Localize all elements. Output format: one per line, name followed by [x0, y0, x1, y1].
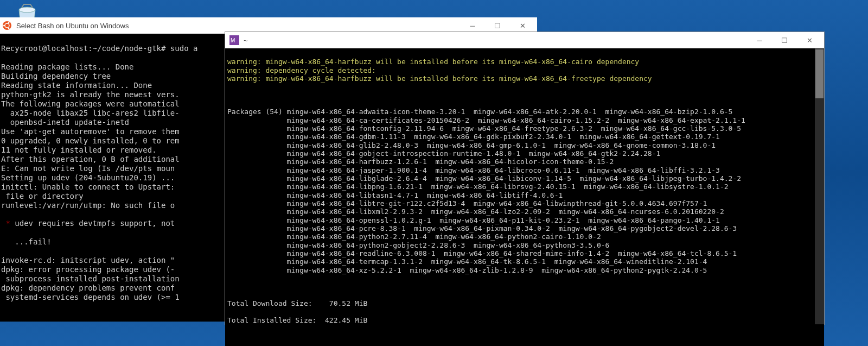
close-button[interactable]: ✕ — [510, 18, 535, 33]
udev-fail-text: udev requires devtmpfs support, not — [15, 219, 179, 228]
bash-cmd: sudo a — [165, 44, 197, 53]
package-line: mingw-w64-x86_64-libtasn1-4.7-1 mingw-w6… — [227, 191, 822, 199]
package-line: mingw-w64-x86_64-python2-gobject2-2.28.6… — [227, 241, 822, 249]
package-line: mingw-w64-x86_64-libglade-2.6.4-4 mingw-… — [227, 174, 822, 183]
svg-text:M: M — [231, 37, 235, 43]
msys-titlebar[interactable]: M ~ ─ ☐ ✕ — [225, 32, 824, 48]
warning-line: warning: mingw-w64-x86_64-harfbuzz will … — [227, 74, 822, 83]
scroll-thumb[interactable] — [815, 49, 824, 98]
svg-point-0 — [19, 7, 35, 12]
maximize-button[interactable]: ☐ — [485, 18, 510, 33]
svg-point-5 — [8, 28, 10, 29]
fail-star-icon: * — [1, 219, 15, 228]
minimize-button[interactable]: ─ — [747, 33, 772, 48]
msys-window: M ~ ─ ☐ ✕ warning: mingw-w64-x86_64-harf… — [225, 32, 825, 325]
package-line: mingw-w64-x86_64-ca-certificates-2015042… — [227, 116, 822, 124]
svg-point-4 — [8, 22, 10, 24]
package-line: mingw-w64-x86_64-openssl-1.0.2.g-1 mingw… — [227, 216, 822, 224]
msys-terminal-content[interactable]: warning: mingw-w64-x86_64-harfbuzz will … — [225, 48, 824, 346]
package-line: mingw-w64-x86_64-gobject-introspection-r… — [227, 149, 822, 158]
scrollbar[interactable] — [815, 48, 824, 324]
package-line: mingw-w64-x86_64-glib2-2.48.0-3 mingw-w6… — [227, 141, 822, 149]
package-line: mingw-w64-x86_64-harfbuzz-1.2.6-1 mingw-… — [227, 158, 822, 166]
msys-title-text: ~ — [244, 36, 747, 45]
bash-title-text: Select Bash on Ubuntu on Windows — [16, 22, 460, 30]
package-line: mingw-w64-x86_64-jasper-1.900.1-4 mingw-… — [227, 166, 822, 174]
warning-line: warning: mingw-w64-x86_64-harfbuzz will … — [227, 58, 822, 66]
package-line: mingw-w64-x86_64-gdbm-1.11-3 mingw-w64-x… — [227, 133, 822, 141]
total-installed: Total Installed Size: 422.45 MiB — [227, 316, 822, 324]
maximize-button[interactable]: ☐ — [772, 33, 797, 48]
warning-line: warning: dependency cycle detected: — [227, 66, 822, 74]
package-line: mingw-w64-x86_64-libxml2-2.9.3-2 mingw-w… — [227, 207, 822, 216]
minimize-button[interactable]: ─ — [460, 18, 485, 33]
package-line: mingw-w64-x86_64-xz-5.2.2-1 mingw-w64-x8… — [227, 266, 822, 274]
bash-prompt: Recycroot@localhost:~/code/node-gtk# — [1, 44, 165, 53]
package-line: mingw-w64-x86_64-fontconfig-2.11.94-6 mi… — [227, 124, 822, 133]
package-line: mingw-w64-x86_64-termcap-1.3.1-2 mingw-w… — [227, 257, 822, 266]
package-line: mingw-w64-x86_64-readline-6.3.008-1 ming… — [227, 249, 822, 257]
package-line: mingw-w64-x86_64-libpng-1.6.21-1 mingw-w… — [227, 183, 822, 191]
package-line: mingw-w64-x86_64-python2-2.7.11-4 mingw-… — [227, 232, 822, 241]
msys-icon: M — [229, 35, 239, 45]
close-button[interactable]: ✕ — [797, 33, 822, 48]
package-line: mingw-w64-x86_64-pcre-8.38-1 mingw-w64-x… — [227, 224, 822, 232]
total-download: Total Download Size: 70.52 MiB — [227, 299, 822, 307]
svg-point-3 — [3, 25, 5, 27]
package-line: mingw-w64-x86_64-libtre-git-r122.c2f5d13… — [227, 199, 822, 207]
package-line: Packages (54) mingw-w64-x86_64-adwaita-i… — [227, 108, 822, 116]
ubuntu-icon — [2, 21, 12, 30]
